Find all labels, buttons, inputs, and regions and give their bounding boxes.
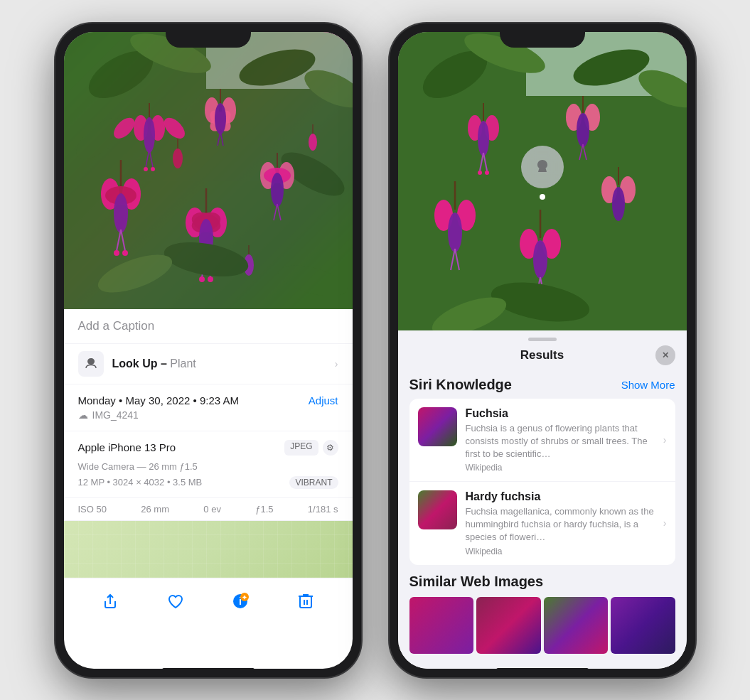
mp-spec: 12 MP • 3024 × 4032 • 3.5 MB — [78, 477, 203, 488]
ev-value: 0 ev — [203, 504, 221, 515]
similar-img-2[interactable] — [476, 597, 541, 654]
svg-point-102 — [533, 240, 547, 279]
format-badge: JPEG — [284, 440, 318, 456]
svg-point-98 — [612, 187, 625, 221]
svg-point-16 — [144, 167, 148, 171]
home-indicator-right — [496, 668, 589, 672]
lookup-row[interactable]: Look Up – Plant › — [64, 344, 353, 384]
date-section: Monday • May 30, 2022 • 9:23 AM Adjust ☁… — [64, 384, 353, 431]
caption-field[interactable]: Add a Caption — [64, 309, 353, 344]
similar-img-3[interactable] — [544, 597, 609, 654]
hardy-thumb — [418, 490, 457, 529]
fuchsia-source: Wikipedia — [466, 463, 655, 473]
fuchsia-chevron: › — [663, 434, 667, 446]
svg-point-78 — [478, 121, 489, 156]
photo-view — [64, 32, 353, 309]
knowledge-item-fuchsia[interactable]: Fuchsia Fuchsia is a genus of flowering … — [409, 399, 675, 482]
camera-badges: JPEG ⚙ — [284, 440, 338, 456]
svg-point-34 — [122, 250, 128, 256]
svg-rect-66 — [300, 596, 311, 608]
close-button[interactable]: ✕ — [655, 345, 675, 365]
fuchsia-desc: Fuchsia is a genus of flowering plants t… — [466, 422, 655, 461]
gear-icon[interactable]: ⚙ — [323, 440, 338, 456]
similar-section: Similar Web Images — [398, 565, 687, 659]
similar-img-4[interactable] — [611, 597, 675, 654]
iso-value: ISO 50 — [78, 504, 107, 515]
svg-point-50 — [199, 276, 205, 282]
fuchsia-name: Fuchsia — [466, 407, 655, 420]
knowledge-item-hardy[interactable]: Hardy fuchsia Fuchsia magellanica, commo… — [409, 481, 675, 565]
svg-point-86 — [577, 113, 589, 147]
camera-section: Apple iPhone 13 Pro JPEG ⚙ Wide Camera —… — [64, 431, 353, 498]
svg-point-39 — [271, 173, 284, 207]
mm-value: 26 mm — [141, 504, 169, 515]
lookup-chevron: › — [335, 358, 338, 370]
svg-point-17 — [151, 167, 155, 171]
svg-point-13 — [144, 117, 155, 153]
right-phone: Results ✕ Siri Knowledge Show More — [390, 23, 695, 677]
svg-point-51 — [208, 276, 213, 282]
svg-point-92 — [448, 212, 462, 252]
similar-title: Similar Web Images — [409, 574, 675, 590]
lookup-icon — [78, 351, 104, 377]
knowledge-card: Fuchsia Fuchsia is a genus of flowering … — [409, 399, 675, 565]
fuchsia-thumb — [418, 407, 457, 446]
sheet-header: Results ✕ — [398, 341, 687, 368]
hardy-chevron: › — [663, 517, 667, 529]
like-button[interactable] — [161, 587, 190, 615]
left-phone: Add a Caption Look Up – Plant › Mon — [55, 23, 361, 677]
vibrant-badge: VIBRANT — [289, 476, 338, 489]
svg-point-23 — [215, 103, 226, 134]
similar-images-row — [409, 597, 675, 654]
aperture-value: ƒ1.5 — [255, 504, 273, 515]
file-name: IMG_4241 — [92, 409, 139, 421]
trash-button[interactable] — [291, 587, 320, 615]
share-button[interactable] — [96, 587, 124, 615]
siri-knowledge-header: Siri Knowledge Show More — [398, 368, 687, 399]
camera-details: Wide Camera — 26 mm ƒ1.5 — [78, 461, 338, 472]
exif-row: ISO 50 26 mm 0 ev ƒ1.5 1/181 s — [64, 498, 353, 521]
hardy-source: Wikipedia — [466, 546, 655, 556]
svg-text:✦: ✦ — [242, 594, 247, 601]
siri-button[interactable] — [521, 146, 564, 188]
siri-dot — [540, 194, 545, 200]
sheet-title: Results — [520, 348, 564, 362]
svg-point-30 — [114, 193, 128, 233]
toolbar: i ✦ — [64, 578, 353, 630]
photo-view-right — [398, 32, 687, 330]
svg-point-82 — [485, 171, 489, 175]
map-section[interactable] — [64, 521, 353, 578]
adjust-button[interactable]: Adjust — [309, 394, 338, 406]
svg-point-55 — [309, 134, 317, 151]
show-more-button[interactable]: Show More — [621, 379, 675, 391]
right-phone-inner: Results ✕ Siri Knowledge Show More — [398, 32, 687, 669]
home-indicator-left — [162, 668, 255, 672]
camera-model: Apple iPhone 13 Pro — [78, 441, 176, 453]
siri-knowledge-title: Siri Knowledge — [409, 377, 512, 393]
similar-img-1[interactable] — [409, 597, 474, 654]
results-sheet: Results ✕ Siri Knowledge Show More — [398, 330, 687, 669]
svg-point-33 — [114, 250, 119, 256]
date-text: Monday • May 30, 2022 • 9:23 AM — [78, 394, 239, 406]
cloud-icon: ☁ — [78, 409, 88, 421]
hardy-name: Hardy fuchsia — [466, 490, 655, 503]
info-button[interactable]: i ✦ — [226, 587, 255, 615]
left-phone-inner: Add a Caption Look Up – Plant › Mon — [64, 32, 353, 669]
svg-point-53 — [173, 149, 183, 168]
hardy-desc: Fuchsia magellanica, commonly known as t… — [466, 505, 655, 544]
shutter-value: 1/181 s — [308, 504, 338, 515]
phones-container: Add a Caption Look Up – Plant › Mon — [55, 23, 695, 677]
svg-point-81 — [478, 171, 482, 175]
